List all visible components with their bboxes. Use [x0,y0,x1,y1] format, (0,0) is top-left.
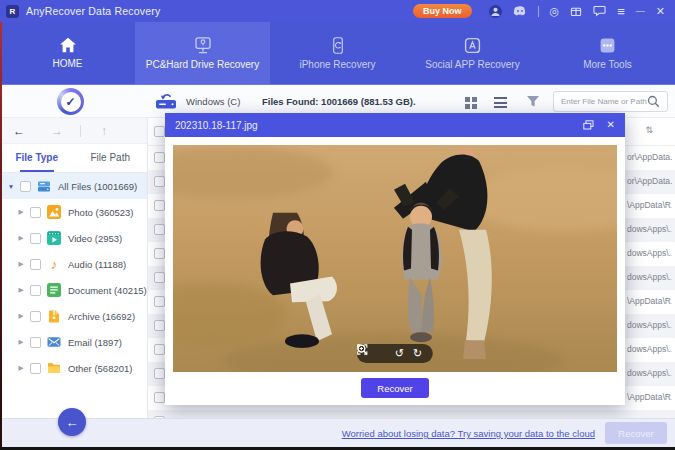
app-logo-icon: R [6,5,19,18]
row-checkbox[interactable] [154,248,165,259]
back-arrow-button[interactable]: ← [0,124,38,138]
menu-hamburger-icon[interactable]: ≡ [617,5,625,18]
tab-social-app-recovery[interactable]: Social APP Recovery [405,22,540,84]
modal-close-icon[interactable]: ✕ [607,120,615,130]
tab-pc-hard-drive-recovery[interactable]: PC&Hard Drive Recovery [135,22,270,84]
sidebar-tabs: File Type File Path [0,144,147,173]
photo-icon [47,205,61,219]
tree-item-label: Document (40215) [68,285,147,296]
gift-box-icon[interactable] [570,5,582,17]
filter-icon[interactable] [526,95,540,108]
select-all-checkbox[interactable] [154,126,165,137]
photo-toolbar: ↺ ↻ [357,344,433,363]
row-checkbox[interactable] [154,200,165,211]
caret-right-icon[interactable]: ▶ [16,260,26,268]
file-path-cell: dowsApps\... [627,368,672,378]
row-checkbox[interactable] [154,176,165,187]
tree-item-label: All Files (1001669) [58,181,137,192]
audio-checkbox[interactable] [30,259,41,270]
tree-item-label: Video (2953) [68,233,122,244]
tab-file-path[interactable]: File Path [74,144,148,172]
close-icon[interactable]: ✕ [656,6,665,17]
tab-home[interactable]: HOME [0,22,135,84]
row-checkbox[interactable] [154,272,165,283]
app-title: AnyRecover Data Recovery [26,5,160,17]
tree-item-photo[interactable]: ▶ Photo (360523) [0,199,147,225]
folder-icon [47,361,61,375]
tree-item-all-files[interactable]: ▼ All Files (1001669) [0,173,147,199]
pc-recovery-icon [193,37,213,54]
more-tools-icon [599,37,616,54]
row-checkbox[interactable] [154,368,165,379]
caret-right-icon[interactable]: ▶ [16,208,26,216]
archive-checkbox[interactable] [30,311,41,322]
video-checkbox[interactable] [30,233,41,244]
tree-item-other[interactable]: ▶ Other (568201) [0,355,147,381]
grid-view-icon[interactable] [465,97,477,109]
row-checkbox[interactable] [154,344,165,355]
tree-item-video[interactable]: ▶ Video (2953) [0,225,147,251]
file-path-cell: dowsApps\... [627,344,672,354]
rotate-right-icon[interactable]: ↻ [413,348,422,359]
caret-right-icon[interactable]: ▶ [16,234,26,242]
sort-icon[interactable]: ⇅ [645,125,653,135]
tree-item-document[interactable]: ▶ Document (40215) [0,277,147,303]
tree-item-audio[interactable]: ▶ ♪ Audio (11188) [0,251,147,277]
forward-arrow-button[interactable]: → [38,124,76,138]
drive-icon [155,92,177,110]
minimize-icon[interactable]: — [636,7,645,16]
file-path-cell: \AppData\R... [627,296,672,306]
search-input[interactable] [561,97,647,106]
search-icon[interactable] [647,95,660,108]
other-checkbox[interactable] [30,363,41,374]
cloud-backup-link[interactable]: Worried about losing data? Try saving yo… [342,428,595,439]
tab-pc-recovery-label: PC&Hard Drive Recovery [146,59,259,70]
table-row[interactable] [148,410,675,418]
support-target-icon[interactable]: ◎ [550,6,560,17]
buy-now-button[interactable]: Buy Now [413,4,472,18]
tab-more-tools-label: More Tools [583,59,632,70]
caret-down-icon[interactable]: ▼ [6,183,16,190]
footer-bar: ← Worried about losing data? Try saving … [0,418,675,447]
row-checkbox[interactable] [154,152,165,163]
caret-right-icon[interactable]: ▶ [16,338,26,346]
tab-iphone-recovery[interactable]: iPhone Recovery [270,22,405,84]
email-checkbox[interactable] [30,337,41,348]
preview-modal-titlebar: 202310.18-117.jpg ✕ [165,113,625,137]
row-checkbox[interactable] [154,296,165,307]
tab-iphone-recovery-label: iPhone Recovery [299,59,375,70]
titlebar: R AnyRecover Data Recovery Buy Now ◎ ≡ —… [0,0,675,22]
scan-complete-icon: ✓ [57,88,84,115]
all-files-checkbox[interactable] [20,181,31,192]
footer-recover-button-disabled[interactable]: Recover [605,422,667,444]
main-nav: HOME PC&Hard Drive Recovery iPhone Recov… [0,22,675,85]
list-view-icon[interactable] [494,97,507,108]
row-checkbox[interactable] [154,320,165,331]
row-checkbox[interactable] [154,392,165,403]
file-path-cell: or\AppData... [627,176,672,186]
titlebar-divider [538,6,539,17]
up-arrow-button[interactable]: ↑ [85,124,123,138]
document-checkbox[interactable] [30,285,41,296]
files-found-status: Files Found: 1001669 (881.53 GB). [262,96,416,107]
caret-right-icon[interactable]: ▶ [16,364,26,372]
caret-right-icon[interactable]: ▶ [16,312,26,320]
discord-icon[interactable] [513,6,527,17]
maximize-icon[interactable] [583,120,594,130]
tree-item-email[interactable]: ▶ Email (1897) [0,329,147,355]
all-files-icon [37,179,51,193]
account-avatar-icon[interactable] [489,5,502,18]
photo-checkbox[interactable] [30,207,41,218]
drive-label[interactable]: Windows (C) [186,96,240,107]
caret-right-icon[interactable]: ▶ [16,286,26,294]
sidebar: ← → ↑ File Type File Path ▼ All Files (1… [0,118,148,418]
modal-recover-button[interactable]: Recover [361,378,429,398]
tab-file-type[interactable]: File Type [0,144,74,172]
row-checkbox[interactable] [154,224,165,235]
tree-item-archive[interactable]: ▶ Archive (16692) [0,303,147,329]
rotate-left-icon[interactable]: ↺ [395,348,404,359]
footer-back-button[interactable]: ← [58,408,86,436]
chat-bubble-icon[interactable] [593,5,606,17]
tab-more-tools[interactable]: More Tools [540,22,675,84]
document-icon [47,283,61,297]
